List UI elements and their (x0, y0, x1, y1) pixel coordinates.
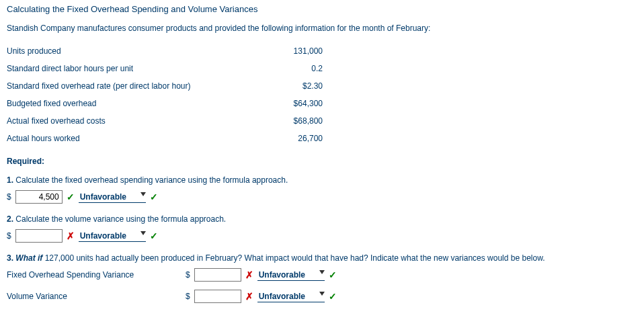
q2-value-input[interactable] (15, 229, 63, 243)
q1-value-input[interactable] (15, 190, 63, 204)
row-value: 26,700 (255, 130, 323, 147)
select-value: Unfavorable (79, 231, 128, 241)
row-value: $64,300 (255, 95, 323, 112)
q3-volume-row: Volume Variance $ ✗ Unfavorable ✓ (7, 290, 637, 303)
q2-text: Calculate the volume variance using the … (13, 214, 226, 224)
check-icon: ✓ (67, 192, 75, 202)
check-icon: ✓ (329, 291, 337, 302)
q3-text: 127,000 units had actually been produced… (42, 253, 545, 263)
dollar-sign: $ (7, 192, 11, 202)
row-value: 131,000 (255, 42, 323, 60)
required-heading: Required: (7, 157, 637, 166)
row-label: Standard direct labor hours per unit (7, 60, 255, 77)
dollar-sign: $ (7, 231, 11, 241)
row-label: Budgeted fixed overhead (7, 95, 255, 112)
row-value: 0.2 (255, 60, 323, 77)
q3-spending-select[interactable]: Unfavorable (257, 269, 325, 281)
q2-favorability-select[interactable]: Unfavorable (79, 230, 146, 242)
q2-answer: $ ✗ Unfavorable ✓ (7, 229, 637, 243)
table-row: Actual fixed overhead costs $68,800 (7, 112, 637, 130)
select-value: Unfavorable (257, 292, 307, 301)
row-label: Actual fixed overhead costs (7, 112, 255, 130)
q3-spending-label: Fixed Overhead Spending Variance (7, 270, 182, 280)
x-icon: ✗ (67, 230, 75, 241)
select-value: Unfavorable (79, 192, 128, 202)
table-row: Standard direct labor hours per unit 0.2 (7, 60, 637, 77)
table-row: Actual hours worked 26,700 (7, 130, 637, 147)
row-label: Standard fixed overhead rate (per direct… (7, 77, 255, 95)
row-label: Units produced (7, 42, 255, 60)
table-row: Units produced 131,000 (7, 42, 637, 60)
q3-volume-select[interactable]: Unfavorable (257, 290, 325, 302)
check-icon: ✓ (150, 230, 158, 241)
dollar-sign: $ (186, 292, 190, 301)
dollar-sign: $ (186, 270, 190, 280)
table-row: Budgeted fixed overhead $64,300 (7, 95, 637, 112)
chevron-down-icon (140, 231, 146, 235)
q3-spending-input[interactable] (194, 268, 241, 282)
q3-whatif: What if (15, 253, 42, 263)
chevron-down-icon (319, 292, 325, 296)
check-icon: ✓ (329, 269, 337, 280)
table-row: Standard fixed overhead rate (per direct… (7, 77, 637, 95)
page-title: Calculating the Fixed Overhead Spending … (7, 4, 637, 14)
data-table: Units produced 131,000 Standard direct l… (7, 42, 637, 147)
question-3: 3. What if 127,000 units had actually be… (7, 253, 637, 263)
q3-number: 3. (7, 253, 13, 263)
row-label: Actual hours worked (7, 130, 255, 147)
q1-favorability-select[interactable]: Unfavorable (79, 191, 146, 203)
intro-text: Standish Company manufactures consumer p… (7, 24, 637, 33)
chevron-down-icon (319, 270, 325, 274)
q1-answer: $ ✓ Unfavorable ✓ (7, 190, 637, 204)
check-icon: ✓ (150, 192, 158, 202)
q2-number: 2. (7, 214, 13, 224)
question-2: 2. Calculate the volume variance using t… (7, 214, 637, 224)
select-value: Unfavorable (257, 270, 307, 280)
x-icon: ✗ (245, 291, 253, 302)
row-value: $68,800 (255, 112, 323, 130)
chevron-down-icon (140, 192, 146, 196)
q3-volume-input[interactable] (194, 290, 241, 303)
q3-spending-row: Fixed Overhead Spending Variance $ ✗ Unf… (7, 268, 637, 282)
q1-number: 1. (7, 175, 13, 185)
row-value: $2.30 (255, 77, 323, 95)
q3-volume-label: Volume Variance (7, 292, 182, 301)
q1-text: Calculate the fixed overhead spending va… (13, 175, 288, 185)
x-icon: ✗ (245, 269, 253, 280)
question-1: 1. Calculate the fixed overhead spending… (7, 175, 637, 185)
